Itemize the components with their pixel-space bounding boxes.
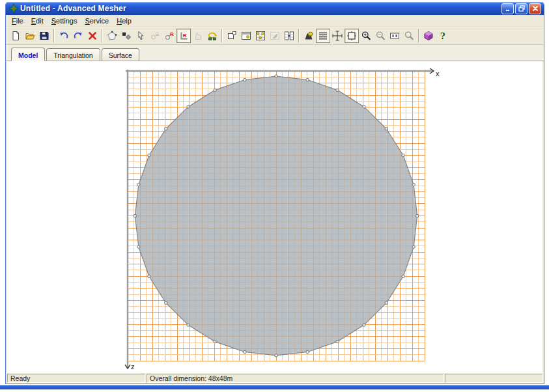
refine-button[interactable] [268, 29, 282, 43]
status-bar: Ready Overall dimension: 48x48m [6, 372, 544, 384]
svg-text:B: B [156, 31, 160, 37]
new-button[interactable] [8, 29, 23, 43]
vertex-marker[interactable] [244, 78, 246, 81]
model-circle-region[interactable] [135, 76, 417, 356]
grid-nodes-button[interactable] [253, 29, 268, 43]
vertex-marker[interactable] [415, 214, 418, 217]
vertex-marker[interactable] [402, 275, 404, 277]
render-3d-icon [423, 31, 434, 41]
mesh-node-button[interactable] [105, 29, 119, 43]
tab-triangulation[interactable]: Triangulation [46, 48, 100, 61]
new-icon [10, 31, 21, 41]
help-icon: ? [438, 31, 448, 41]
vertex-marker[interactable] [306, 350, 309, 353]
mesh-node-icon [107, 31, 117, 41]
undo-icon [59, 31, 69, 41]
vertex-marker[interactable] [148, 154, 150, 156]
zoom-region-icon [404, 31, 414, 41]
toolbar-separator [53, 29, 55, 42]
redo-button[interactable] [71, 29, 85, 43]
vertex-marker[interactable] [214, 89, 216, 91]
z-axis-label: z [131, 363, 135, 371]
menu-service[interactable]: Service [81, 16, 113, 25]
axis-cross-button[interactable] [330, 29, 345, 43]
vertex-marker[interactable] [385, 301, 387, 304]
vertex-marker[interactable] [137, 184, 140, 186]
vertex-marker[interactable] [336, 340, 339, 343]
pan-hand-button[interactable] [191, 29, 205, 43]
vertex-marker[interactable] [275, 75, 277, 77]
vertex-marker[interactable] [214, 340, 216, 343]
menubar: File Edit Settings Service Help [6, 15, 544, 27]
undo-button[interactable] [57, 29, 71, 43]
close-button[interactable] [529, 3, 541, 14]
frame-button[interactable] [345, 29, 359, 43]
node-r-button[interactable]: R [162, 29, 176, 43]
vertex-marker[interactable] [165, 301, 167, 304]
toolbar-separator [102, 29, 103, 42]
vertex-marker[interactable] [412, 184, 415, 186]
vertex-marker[interactable] [137, 245, 140, 248]
rect-node-button[interactable] [225, 29, 239, 43]
vertex-marker[interactable] [412, 245, 415, 248]
window-node-button[interactable] [239, 29, 253, 43]
titlebar[interactable]: Untitled - Advanced Mesher [6, 2, 544, 15]
delete-button[interactable] [85, 29, 100, 43]
vertex-marker[interactable] [275, 354, 277, 357]
vertex-marker[interactable] [336, 89, 339, 91]
zoom-out-button[interactable] [373, 29, 387, 43]
grid-node-blue-icon [284, 31, 294, 41]
status-dimension-text: Overall dimension: 48x48m [150, 374, 232, 382]
restore-button[interactable] [515, 3, 528, 14]
model-canvas[interactable]: xz [122, 68, 442, 372]
add-node-button[interactable] [119, 29, 134, 43]
vertex-marker[interactable] [187, 105, 190, 108]
menu-help[interactable]: Help [113, 16, 135, 25]
vertex-marker[interactable] [148, 275, 150, 277]
grid-node-blue-button[interactable] [282, 29, 296, 43]
toolbar-separator [298, 29, 300, 42]
menu-edit[interactable]: Edit [27, 16, 48, 25]
zoom-actual-button[interactable] [387, 29, 402, 43]
zoom-in-button[interactable] [359, 29, 373, 43]
vertex-marker[interactable] [363, 324, 365, 326]
save-button[interactable] [37, 29, 51, 43]
taskbar-strip[interactable] [0, 385, 549, 389]
mesh-run-button[interactable] [302, 29, 316, 43]
app-icon [9, 4, 18, 13]
grid-toggle-button[interactable] [316, 29, 330, 43]
tab-model[interactable]: Model [11, 48, 45, 61]
menu-file[interactable]: File [8, 16, 27, 25]
window-node-icon [241, 31, 251, 41]
vertex-marker[interactable] [134, 214, 136, 217]
select-cursor-button[interactable] [134, 29, 148, 43]
vertex-marker[interactable] [187, 324, 190, 326]
vertex-marker[interactable] [306, 78, 309, 81]
open-button[interactable] [23, 29, 37, 43]
toolbar: BRR? [6, 27, 544, 45]
zoom-out-icon [375, 31, 386, 41]
node-b-button[interactable]: B [148, 29, 162, 43]
vertex-marker[interactable] [402, 154, 404, 156]
svg-text:R: R [170, 31, 174, 36]
corner-r-button[interactable]: R [176, 29, 191, 43]
rect-node-icon [227, 31, 237, 41]
refine-icon [270, 31, 280, 41]
menu-settings[interactable]: Settings [48, 16, 81, 25]
svg-text:?: ? [440, 31, 445, 41]
window-title: Untitled - Advanced Mesher [20, 4, 501, 13]
add-node-icon [121, 31, 132, 41]
render-3d-button[interactable] [421, 29, 436, 43]
canvas-area[interactable]: xz [7, 61, 542, 372]
tab-surface[interactable]: Surface [102, 48, 139, 61]
vertex-marker[interactable] [363, 105, 365, 108]
toolbar-separator [221, 29, 223, 42]
minimize-button[interactable] [501, 3, 514, 14]
x-axis-label: x [436, 70, 440, 77]
help-button[interactable]: ? [436, 29, 450, 43]
vertex-marker[interactable] [244, 350, 246, 353]
zoom-region-button[interactable] [402, 29, 416, 43]
vertex-marker[interactable] [165, 128, 167, 130]
vertex-marker[interactable] [385, 128, 387, 130]
rotate-button[interactable] [205, 29, 219, 43]
